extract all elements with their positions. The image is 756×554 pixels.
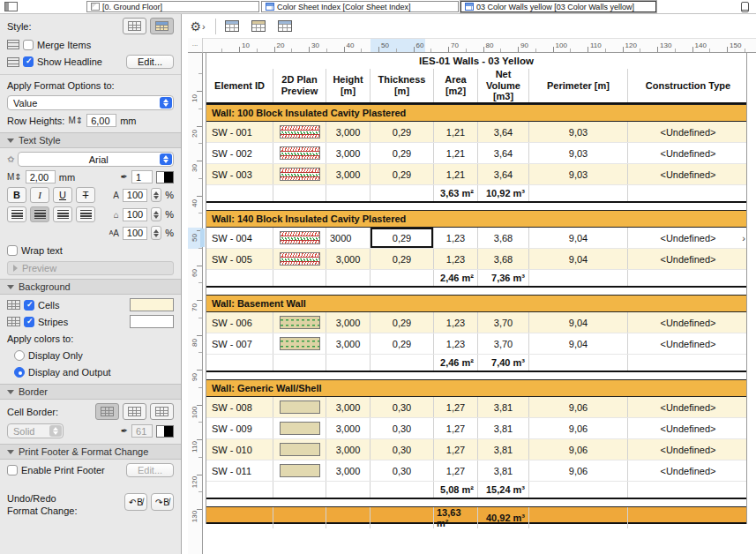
table-tool-3-button[interactable]	[274, 17, 296, 36]
cell-net-volume[interactable]: 3,81	[478, 418, 529, 438]
cell-perimeter[interactable]: 9,03	[529, 122, 628, 142]
cell-thickness[interactable]: 0,29	[371, 164, 434, 184]
cell-area[interactable]: 1,27	[434, 460, 478, 481]
cell-thickness[interactable]: 0,29	[371, 143, 434, 163]
cell-net-volume[interactable]: 3,81	[478, 397, 529, 417]
group-header-row[interactable]: Wall: Basement Wall	[206, 295, 746, 312]
horizontal-ruler[interactable]: 102030405060708090100110120130140150	[203, 38, 756, 53]
border-style-select[interactable]: Solid	[7, 423, 64, 438]
column-header[interactable]: Area [m2]	[434, 69, 478, 102]
line-spacing-stepper[interactable]	[151, 207, 161, 221]
tab-color-walls-yellow[interactable]: 03 Color Walls yellow [03 Color Walls ye…	[460, 1, 656, 12]
cell-plan-preview[interactable]	[273, 418, 326, 438]
border-outer-button[interactable]	[150, 403, 174, 420]
show-headline-checkbox[interactable]	[23, 56, 34, 67]
format-undo-button[interactable]: ↶ B̸	[124, 493, 147, 511]
cell-construction-type[interactable]: <Undefined>›	[628, 228, 748, 248]
cell-element-id[interactable]: SW - 010	[206, 439, 273, 460]
cell-construction-type[interactable]: <Undefined>	[628, 460, 748, 481]
row-height-input[interactable]: 6,00	[86, 114, 116, 127]
font-size-input[interactable]: 2,00	[26, 170, 56, 183]
format-redo-button[interactable]: ↷ B̸	[151, 493, 174, 511]
align-right-button[interactable]	[53, 206, 72, 222]
cell-plan-preview[interactable]	[273, 397, 326, 417]
cell-perimeter[interactable]: 9,06	[529, 439, 628, 460]
tab-ground-floor[interactable]: [0. Ground Floor]	[86, 1, 259, 12]
cell-plan-preview[interactable]	[273, 228, 326, 248]
cell-perimeter[interactable]: 9,06	[529, 397, 628, 417]
cell-net-volume[interactable]: 3,68	[478, 228, 529, 248]
cells-checkbox[interactable]	[24, 300, 34, 311]
column-header[interactable]: Thickness [m]	[371, 69, 434, 102]
cell-net-volume[interactable]: 3,70	[478, 333, 529, 354]
cell-element-id[interactable]: SW - 008	[206, 397, 273, 417]
pen-color-swatch[interactable]	[156, 171, 174, 183]
cell-thickness[interactable]: 0,30	[371, 397, 434, 417]
tab-color-sheet-index[interactable]: Color Sheet Index [Color Sheet Index]	[261, 1, 459, 12]
cell-net-volume[interactable]: 3,64	[478, 164, 529, 184]
cell-net-volume[interactable]: 3,64	[478, 122, 529, 142]
cell-area[interactable]: 1,21	[434, 122, 478, 142]
cell-height[interactable]: 3,000	[326, 143, 371, 163]
bold-button[interactable]: B	[7, 187, 26, 203]
strikethrough-button[interactable]: T	[76, 187, 95, 203]
print-footer-edit-button[interactable]: Edit...	[126, 463, 174, 477]
cell-element-id[interactable]: SW - 011	[206, 460, 273, 481]
cell-plan-preview[interactable]	[273, 164, 326, 184]
scheme-settings-button[interactable]: ⚙ ›	[187, 17, 208, 36]
column-header[interactable]: Construction Type	[628, 69, 748, 102]
cell-element-id[interactable]: SW - 002	[206, 143, 273, 163]
char-ratio-stepper[interactable]	[151, 226, 161, 240]
enable-print-footer-checkbox[interactable]	[7, 465, 18, 475]
align-left-button[interactable]	[7, 206, 26, 222]
cell-thickness[interactable]: 0,29	[371, 228, 434, 248]
cell-plan-preview[interactable]	[273, 333, 326, 354]
stripes-color-swatch[interactable]	[130, 315, 174, 328]
apply-format-select[interactable]: Value	[7, 95, 174, 110]
cell-thickness[interactable]: 0,29	[371, 249, 434, 269]
cell-net-volume[interactable]: 3,81	[478, 439, 529, 460]
font-pen-input[interactable]: 1	[131, 170, 153, 183]
cell-area[interactable]: 1,23	[434, 249, 478, 269]
text-style-section-header[interactable]: Text Style	[0, 132, 181, 148]
border-section-header[interactable]: Border	[0, 384, 181, 400]
cell-construction-type[interactable]: <Undefined>	[628, 418, 748, 438]
headline-edit-button[interactable]: Edit...	[126, 55, 174, 69]
cell-construction-type[interactable]: <Undefined>	[628, 312, 748, 333]
cell-net-volume[interactable]: 3,68	[478, 249, 529, 269]
cell-plan-preview[interactable]	[273, 249, 326, 269]
table-tool-1-button[interactable]	[221, 17, 243, 36]
cell-thickness[interactable]: 0,29	[371, 122, 434, 142]
align-center-button[interactable]	[30, 206, 49, 222]
letter-spacing-stepper[interactable]	[151, 188, 161, 202]
cell-height[interactable]: 3,000	[326, 439, 371, 460]
group-header-row[interactable]: Wall: Generic Wall/Shell	[206, 379, 746, 397]
cell-construction-type[interactable]: <Undefined>	[628, 397, 748, 417]
cell-element-id[interactable]: SW - 003	[206, 164, 273, 184]
cells-color-swatch[interactable]	[130, 298, 174, 311]
cell-element-id[interactable]: SW - 001	[206, 122, 273, 142]
background-section-header[interactable]: Background	[0, 279, 181, 295]
cell-element-id[interactable]: SW - 006	[206, 312, 273, 333]
sidebar-panel-icon[interactable]	[4, 2, 18, 11]
cell-construction-type[interactable]: <Undefined>	[628, 143, 748, 163]
cell-height[interactable]: 3000	[326, 228, 371, 248]
cell-element-id[interactable]: SW - 005	[206, 249, 273, 269]
cell-area[interactable]: 1,23	[434, 312, 478, 333]
cell-height[interactable]: 3,000	[326, 164, 371, 184]
cell-height[interactable]: 3,000	[326, 312, 371, 333]
cell-element-id[interactable]: SW - 004	[206, 228, 273, 248]
cell-area[interactable]: 1,27	[434, 418, 478, 438]
border-pen-input[interactable]: 61	[131, 424, 153, 438]
border-all-button[interactable]	[95, 403, 119, 420]
display-only-radio[interactable]	[14, 350, 25, 361]
group-header-row[interactable]: Wall: 140 Block Insulated Cavity Plaster…	[206, 210, 746, 228]
stripes-checkbox[interactable]	[24, 317, 34, 327]
cell-thickness[interactable]: 0,29	[371, 333, 434, 354]
cell-net-volume[interactable]: 3,64	[478, 143, 529, 163]
cell-perimeter[interactable]: 9,03	[529, 143, 628, 163]
cell-area[interactable]: 1,27	[434, 397, 478, 417]
border-inner-button[interactable]	[123, 403, 146, 420]
cell-perimeter[interactable]: 9,04	[529, 333, 628, 354]
cell-plan-preview[interactable]	[273, 439, 326, 460]
